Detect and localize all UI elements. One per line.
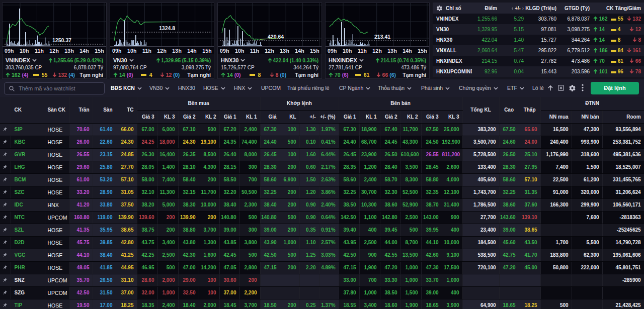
- svg-text:1324.8: 1324.8: [159, 25, 175, 31]
- svg-text:1250.37: 1250.37: [52, 37, 71, 43]
- svg-text:213.41: 213.41: [374, 34, 390, 40]
